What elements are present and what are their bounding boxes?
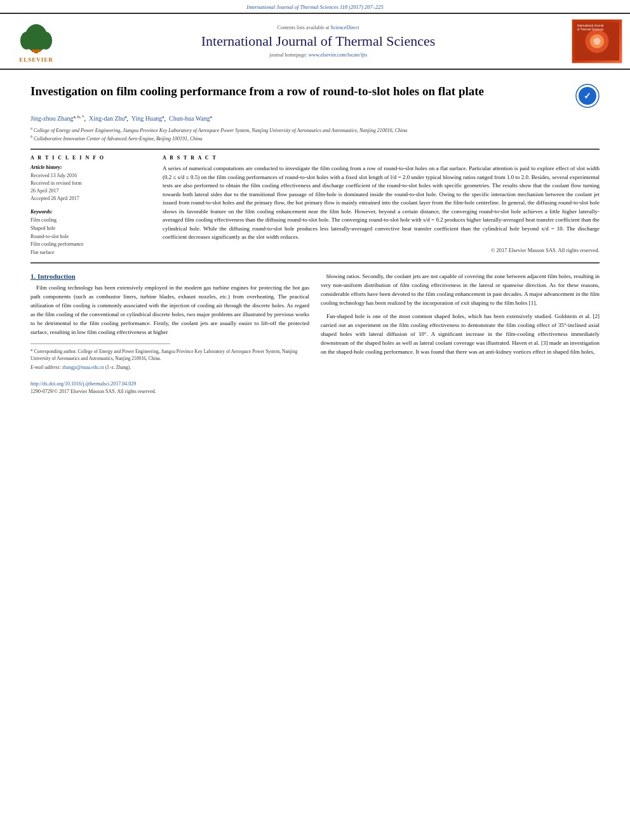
revised-date: Received in revised form26 April 2017 <box>30 180 151 195</box>
header-center: Contents lists available at ScienceDirec… <box>71 25 565 58</box>
article-info-heading: A R T I C L E I N F O <box>30 155 151 161</box>
journal-title: International Journal of Thermal Science… <box>71 33 565 50</box>
svg-text:International Journal: International Journal <box>577 24 604 27</box>
svg-text:✓: ✓ <box>584 91 591 101</box>
author-3[interactable]: Ying Huang <box>131 115 163 122</box>
svg-point-8 <box>593 37 600 44</box>
keywords-section: Keywords: Film cooling Shaped hole Round… <box>30 209 151 257</box>
affiliations: a College of Energy and Power Engineerin… <box>30 126 600 142</box>
footnote: * Corresponding author. College of Energ… <box>30 348 309 371</box>
abstract-heading: A B S T R A C T <box>163 155 600 161</box>
body-section: 1. Introduction Film cooling technology … <box>30 272 600 371</box>
title-section: Investigation on film cooling performanc… <box>30 84 600 108</box>
footnote-divider <box>30 343 170 344</box>
crossmark-icon[interactable]: ✓ <box>575 84 600 108</box>
intro-text-left: Film cooling technology has been extensi… <box>30 284 309 337</box>
intro-heading: 1. Introduction <box>30 272 309 280</box>
article-title: Investigation on film cooling performanc… <box>30 84 569 100</box>
authors-line: Jing-zhou Zhanga, b, *, Xing-dan Zhua, Y… <box>30 114 600 122</box>
elsevier-logo: ELSEVIER <box>8 20 65 63</box>
keyword-1: Film cooling <box>30 217 151 225</box>
journal-thumbnail: International Journal of Thermal Science… <box>572 19 622 63</box>
accepted-date: Accepted 26 April 2017 <box>30 195 151 203</box>
corresponding-author-note: * Corresponding author. College of Energ… <box>30 348 309 363</box>
journal-homepage: journal homepage: www.elsevier.com/locat… <box>71 52 565 58</box>
svg-point-2 <box>20 32 33 50</box>
article-content: Investigation on film cooling performanc… <box>0 70 630 377</box>
keyword-5: Flat surface <box>30 249 151 257</box>
keywords-label: Keywords: <box>30 209 151 215</box>
divider-thick <box>30 149 600 150</box>
author-1[interactable]: Jing-zhou Zhang <box>30 115 74 122</box>
journal-reference: International Journal of Thermal Science… <box>0 0 630 13</box>
sciencedirect-link[interactable]: ScienceDirect <box>331 25 359 30</box>
divider-thick-2 <box>30 262 600 263</box>
svg-rect-4 <box>32 50 41 52</box>
keyword-3: Round-to-slot hole <box>30 233 151 241</box>
received-date: Received 13 July 2016 <box>30 172 151 180</box>
bottom-links: http://dx.doi.org/10.1016/j.ijthermalsci… <box>0 380 630 399</box>
author-4[interactable]: Chun-hua Wang <box>169 115 210 122</box>
info-abstract-section: A R T I C L E I N F O Article history: R… <box>30 155 600 257</box>
elsevier-tree-icon <box>14 20 58 55</box>
author-2[interactable]: Xing-dan Zhu <box>89 115 124 122</box>
bottom-copyright: 1290-0729/© 2017 Elsevier Masson SAS. Al… <box>30 389 600 394</box>
intro-text-right: blowing ratios. Secondly, the coolant je… <box>321 272 600 356</box>
body-col-right: blowing ratios. Secondly, the coolant je… <box>321 272 600 371</box>
journal-header: ELSEVIER Contents lists available at Sci… <box>0 13 630 70</box>
history-label: Article history: <box>30 164 151 170</box>
email-line: E-mail address: zhangjz@nuaa.edu.cn (J.-… <box>30 364 309 371</box>
article-info-col: A R T I C L E I N F O Article history: R… <box>30 155 151 257</box>
doi-link[interactable]: http://dx.doi.org/10.1016/j.ijthermalsci… <box>30 381 136 387</box>
keyword-2: Shaped hole <box>30 225 151 233</box>
elsevier-label: ELSEVIER <box>19 57 53 63</box>
sciencedirect-text: Contents lists available at ScienceDirec… <box>71 25 565 30</box>
abstract-col: A B S T R A C T A series of numerical co… <box>163 155 600 257</box>
homepage-link[interactable]: www.elsevier.com/locate/ijts <box>309 52 367 58</box>
abstract-text: A series of numerical computations are c… <box>163 164 600 242</box>
email-link[interactable]: zhangjz@nuaa.edu.cn <box>62 364 104 370</box>
keyword-4: Film cooling performance <box>30 241 151 249</box>
svg-text:of Thermal Sciences: of Thermal Sciences <box>577 28 604 31</box>
svg-point-3 <box>39 32 52 50</box>
copyright-line: © 2017 Elsevier Masson SAS. All rights r… <box>163 247 600 253</box>
body-col-left: 1. Introduction Film cooling technology … <box>30 272 309 371</box>
